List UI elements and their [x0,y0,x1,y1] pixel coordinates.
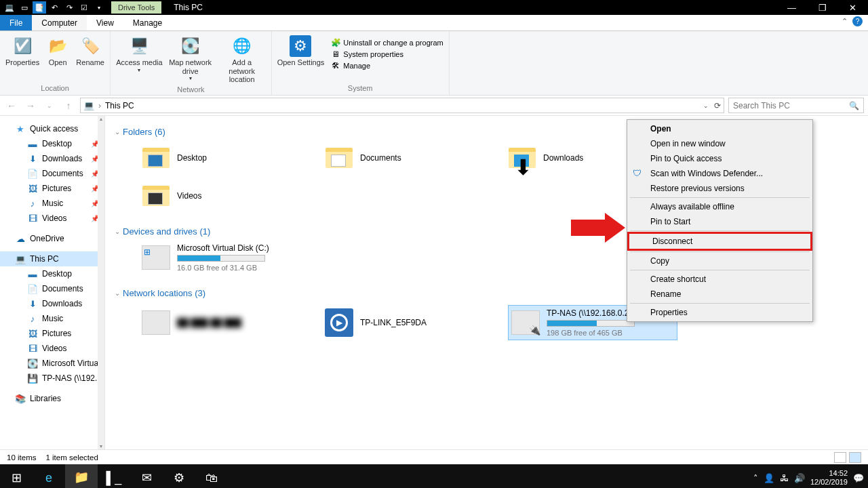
details-view-button[interactable] [834,452,846,463]
ctx-open-new-window[interactable]: Open in new window [627,136,812,151]
tab-file[interactable]: File [0,15,32,30]
manage-button[interactable]: 🛠Manage [331,61,443,70]
tab-view[interactable]: View [87,15,123,30]
sidebar-libraries[interactable]: 📚Libraries [0,391,104,406]
sidebar-downloads[interactable]: ⬇Downloads📌 [0,151,104,166]
search-input[interactable]: Search This PC 🔍 [728,98,864,113]
minimize-button[interactable]: — [776,0,807,15]
sidebar-music[interactable]: ♪Music📌 [0,196,104,211]
ctx-create-shortcut[interactable]: Create shortcut [627,272,812,287]
tray-volume-icon[interactable]: 🔊 [794,473,805,483]
taskbar-mail[interactable]: ✉ [130,464,163,488]
tab-computer[interactable]: Computer [32,15,87,30]
sidebar-virtual-disk[interactable]: 💽Microsoft Virtua [0,356,104,371]
tray-people-icon[interactable]: 👤 [764,473,774,483]
qat-dropdown-icon[interactable]: ▾ [92,1,106,14]
tray-network-icon[interactable]: 🖧 [780,473,789,483]
sidebar-pc-videos[interactable]: 🎞Videos [0,341,104,356]
qat-pc-icon[interactable]: 💻 [3,1,16,14]
start-button[interactable]: ⊞ [0,464,33,488]
uninstall-program-button[interactable]: 🧩Uninstall or change a program [331,38,443,47]
ctx-rename[interactable]: Rename [627,287,812,302]
close-button[interactable]: ✕ [837,0,868,15]
taskbar-edge[interactable]: e [33,464,65,488]
drive-c[interactable]: ⊞ Microsoft Virtual Disk (C:) 16.0 GB fr… [142,243,318,272]
forward-button[interactable]: → [23,98,38,113]
ribbon-group-system: System [277,83,443,95]
ctx-scan-defender[interactable]: 🛡Scan with Windows Defender... [627,166,812,181]
ctx-copy[interactable]: Copy [627,253,812,268]
sidebar-onedrive[interactable]: ☁OneDrive [0,231,104,246]
downloads-icon: ⬇ [27,153,38,164]
open-button[interactable]: 📂Open [43,35,72,67]
properties-button[interactable]: ☑️Properties [5,35,39,67]
tiles-view-button[interactable] [849,452,861,463]
ctx-always-offline[interactable]: Always available offline [627,199,812,214]
sidebar-this-pc[interactable]: 💻This PC [0,251,104,266]
qat-properties-icon[interactable]: 📑 [33,1,46,14]
sidebar-pc-downloads[interactable]: ⬇Downloads [0,296,104,311]
qat-file-icon[interactable]: ▭ [18,1,31,14]
qat-delete-icon[interactable]: ☑ [77,1,91,14]
help-icon[interactable]: ? [852,16,863,26]
qat-undo-icon[interactable]: ↶ [47,1,61,14]
folder-documents[interactable]: Documents [325,144,481,172]
up-button[interactable]: ↑ [61,98,76,113]
maximize-button[interactable]: ❐ [807,0,837,15]
collapse-ribbon-icon[interactable]: ⌃ [842,17,848,26]
ctx-restore-versions[interactable]: Restore previous versions [627,181,812,196]
sidebar-nas[interactable]: 💾TP-NAS (\\192.1 [0,371,104,386]
ctx-separator [630,230,810,231]
folder-videos[interactable]: Videos [142,182,298,210]
open-settings-button[interactable]: ⚙Open Settings [277,35,325,67]
ctx-properties[interactable]: Properties [627,305,812,320]
taskbar-explorer[interactable]: 📁 [65,464,98,488]
sidebar-desktop[interactable]: ▬Desktop📌 [0,136,104,151]
rename-button[interactable]: 🏷️Rename [76,35,104,67]
ctx-open[interactable]: Open [627,121,812,136]
taskbar-settings[interactable]: ⚙ [163,464,195,488]
back-button[interactable]: ← [4,98,19,113]
sidebar-pc-documents[interactable]: 📄Documents [0,281,104,296]
add-network-button[interactable]: 🌐Add a network location [218,35,266,84]
qat-redo-icon[interactable]: ↷ [62,1,76,14]
recent-dropdown-icon[interactable]: ⌄ [42,98,57,113]
sidebar-quick-access[interactable]: ★Quick access [0,121,104,136]
system-properties-button[interactable]: 🖥System properties [331,49,443,59]
media-device-icon: ▶ [325,308,353,337]
ctx-separator [630,270,810,270]
sidebar-pc-desktop[interactable]: ▬Desktop [0,266,104,281]
taskbar-cmd[interactable]: ▌_ [98,464,130,488]
settings-gear-icon: ⚙ [290,35,311,57]
chevron-right-icon: › [98,101,101,110]
sidebar-videos[interactable]: 🎞Videos📌 [0,211,104,226]
sidebar-pc-music[interactable]: ♪Music [0,311,104,326]
search-icon[interactable]: 🔍 [849,101,859,110]
refresh-icon[interactable]: ⟳ [714,101,721,110]
connected-icon: 🔌 [529,325,540,336]
ctx-pin-quick-access[interactable]: Pin to Quick access [627,151,812,166]
address-bar[interactable]: 💻 › This PC ⌄ ⟳ [80,98,724,113]
tray-notifications-icon[interactable]: 💬 [853,473,864,483]
map-drive-button[interactable]: 💽Map network drive▾ [167,35,214,81]
ctx-pin-start[interactable]: Pin to Start [627,214,812,229]
access-media-button[interactable]: 🖥️Access media▾ [116,35,162,73]
music-icon: ♪ [27,198,38,209]
taskbar-store[interactable]: 🛍 [195,464,228,488]
network-media-device[interactable]: ▶ TP-LINK_E5F9DA [325,305,481,340]
sidebar-documents[interactable]: 📄Documents📌 [0,166,104,181]
sidebar-pc-pictures[interactable]: 🖼Pictures [0,326,104,341]
ctx-disconnect[interactable]: Disconnect [627,232,812,251]
address-dropdown-icon[interactable]: ⌄ [703,102,709,109]
uninstall-icon: 🧩 [331,38,340,47]
sidebar-pictures[interactable]: 🖼Pictures📌 [0,181,104,196]
drive-tools-tab[interactable]: Drive Tools [111,1,161,14]
network-location-1[interactable]: ██ ███ ██ ███ [142,305,298,340]
tray-clock[interactable]: 14:52 12/02/2019 [810,469,848,486]
tray-up-icon[interactable]: ˄ [753,473,758,483]
sidebar-scrollbar[interactable]: ▴▾ [98,116,104,449]
folder-desktop[interactable]: Desktop [142,144,298,172]
downloads-icon: ⬇ [27,298,38,309]
tab-manage[interactable]: Manage [123,15,172,30]
defender-icon: 🛡 [633,168,642,178]
